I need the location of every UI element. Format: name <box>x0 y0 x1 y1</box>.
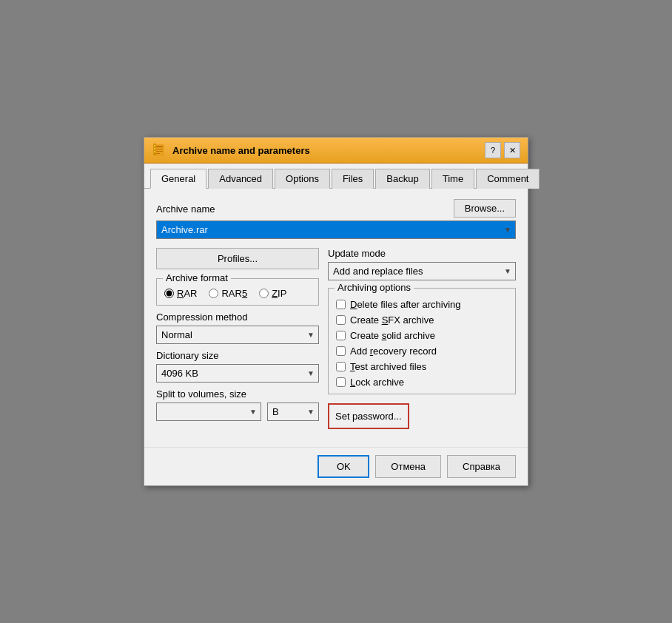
help-button[interactable]: ? <box>485 142 501 158</box>
tab-files[interactable]: Files <box>332 169 374 189</box>
option-create-solid-label: Create solid archive <box>350 330 435 341</box>
format-zip-radio[interactable] <box>259 289 269 298</box>
update-mode-select[interactable]: Add and replace files Update and add fil… <box>328 262 516 280</box>
option-create-solid-checkbox[interactable] <box>336 331 346 340</box>
archive-name-combo[interactable]: Archive.rar ▼ <box>156 220 516 239</box>
option-lock-archive-checkbox[interactable] <box>336 377 346 387</box>
title-bar: Archive name and parameters ? ✕ <box>144 138 528 164</box>
svg-rect-8 <box>154 151 155 152</box>
split-unit-select[interactable]: B KB MB GB <box>267 403 319 421</box>
title-bar-controls: ? ✕ <box>485 142 520 158</box>
svg-rect-1 <box>155 146 163 147</box>
option-create-sfx-checkbox[interactable] <box>336 315 346 325</box>
archive-dialog: Archive name and parameters ? ✕ General … <box>144 137 528 486</box>
close-button[interactable]: ✕ <box>504 142 520 158</box>
archive-name-input[interactable]: Archive.rar <box>156 220 516 239</box>
tab-advanced[interactable]: Advanced <box>208 169 273 189</box>
tab-content: Archive name Browse... Archive.rar ▼ Pro… <box>144 189 528 447</box>
cancel-button[interactable]: Отмена <box>375 455 441 478</box>
svg-rect-6 <box>154 145 155 147</box>
tab-options[interactable]: Options <box>275 169 330 189</box>
svg-rect-2 <box>155 149 163 149</box>
archive-format-label: Archive format <box>163 272 231 283</box>
option-lock-archive[interactable]: Lock archive <box>336 377 508 388</box>
set-password-section: Set password... <box>328 403 516 429</box>
app-icon <box>152 143 167 158</box>
title-bar-left: Archive name and parameters <box>152 143 310 158</box>
option-create-sfx[interactable]: Create SFX archive <box>336 314 508 326</box>
archive-name-label: Archive name <box>156 203 215 215</box>
option-test-files[interactable]: Test archived files <box>336 361 508 372</box>
option-add-recovery[interactable]: Add recovery record <box>336 346 508 357</box>
format-rar-option[interactable]: RAR <box>164 288 197 299</box>
compression-section: Compression method Normal Store Fastest … <box>156 312 319 344</box>
update-mode-label: Update mode <box>328 248 516 259</box>
option-add-recovery-label: Add recovery record <box>350 346 437 357</box>
tab-backup[interactable]: Backup <box>375 169 429 189</box>
archiving-options-group: Archiving options Delete files after arc… <box>328 288 516 394</box>
dictionary-section: Dictionary size 128 KB 256 KB 512 KB 102… <box>156 350 319 383</box>
ok-button[interactable]: OK <box>317 455 369 478</box>
dictionary-label: Dictionary size <box>156 350 319 361</box>
split-label: Split to volumes, size <box>156 388 319 400</box>
archiving-options-list: Delete files after archiving Create SFX … <box>336 299 508 388</box>
dictionary-combo[interactable]: 128 KB 256 KB 512 KB 1024 KB 2048 KB 409… <box>156 364 319 383</box>
tab-bar: General Advanced Options Files Backup Ti… <box>144 164 528 189</box>
tab-comment[interactable]: Comment <box>476 169 540 189</box>
split-value-select[interactable] <box>156 403 261 421</box>
option-delete-files-checkbox[interactable] <box>336 300 346 309</box>
format-zip-option[interactable]: ZIP <box>259 288 286 299</box>
option-add-recovery-checkbox[interactable] <box>336 346 346 356</box>
split-unit-combo[interactable]: B KB MB GB ▼ <box>267 403 319 421</box>
format-zip-label: ZIP <box>272 288 286 299</box>
help-footer-button[interactable]: Справка <box>447 455 516 478</box>
browse-button[interactable]: Browse... <box>454 199 516 218</box>
archiving-options-label: Archiving options <box>335 282 414 293</box>
tab-time[interactable]: Time <box>431 169 474 189</box>
option-delete-files[interactable]: Delete files after archiving <box>336 299 508 310</box>
format-rar5-radio[interactable] <box>209 289 218 298</box>
compression-label: Compression method <box>156 312 319 323</box>
archive-name-section: Archive name Browse... <box>156 199 516 218</box>
archive-format-group: Archive format RAR RAR5 ZIP <box>156 278 319 306</box>
right-column: Update mode Add and replace files Update… <box>328 248 516 429</box>
format-rar5-label: RAR5 <box>221 288 247 299</box>
option-create-solid[interactable]: Create solid archive <box>336 330 508 341</box>
option-create-sfx-label: Create SFX archive <box>350 314 434 326</box>
main-columns: Profiles... Archive format RAR RAR5 <box>156 248 516 429</box>
set-password-button[interactable]: Set password... <box>328 403 409 429</box>
dialog-title: Archive name and parameters <box>172 145 310 156</box>
archive-format-radios: RAR RAR5 ZIP <box>164 288 311 299</box>
profiles-button[interactable]: Profiles... <box>156 248 319 269</box>
left-column: Profiles... Archive format RAR RAR5 <box>156 248 319 429</box>
update-mode-combo[interactable]: Add and replace files Update and add fil… <box>328 262 516 280</box>
option-test-files-label: Test archived files <box>350 361 426 372</box>
format-rar-label: RAR <box>177 288 197 299</box>
format-rar-radio[interactable] <box>164 289 174 298</box>
option-delete-files-label: Delete files after archiving <box>350 299 461 310</box>
format-rar5-option[interactable]: RAR5 <box>209 288 247 299</box>
update-mode-section: Update mode Add and replace files Update… <box>328 248 516 280</box>
tab-general[interactable]: General <box>150 169 206 189</box>
svg-rect-3 <box>155 151 163 152</box>
split-section: Split to volumes, size ▼ B KB <box>156 388 319 421</box>
compression-combo[interactable]: Normal Store Fastest Fast Good Best ▼ <box>156 326 319 344</box>
split-value-combo[interactable]: ▼ <box>156 403 261 421</box>
option-test-files-checkbox[interactable] <box>336 362 346 371</box>
svg-rect-7 <box>154 148 155 149</box>
dictionary-select[interactable]: 128 KB 256 KB 512 KB 1024 KB 2048 KB 409… <box>156 364 319 383</box>
dialog-footer: OK Отмена Справка <box>144 447 528 485</box>
option-lock-archive-label: Lock archive <box>350 377 404 388</box>
split-row: ▼ B KB MB GB ▼ <box>156 403 319 421</box>
compression-select[interactable]: Normal Store Fastest Fast Good Best <box>156 326 319 344</box>
